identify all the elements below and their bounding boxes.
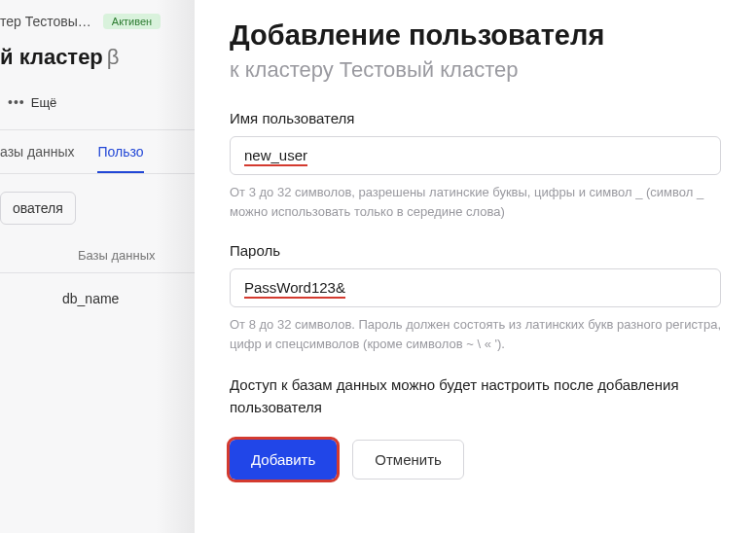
breadcrumb-cluster[interactable]: тер Тестовы…: [0, 14, 91, 29]
tab-databases[interactable]: азы данных: [0, 144, 74, 173]
button-row: Добавить Отменить: [230, 440, 721, 480]
more-menu[interactable]: ••• Ещё: [0, 70, 195, 110]
username-label: Имя пользователя: [230, 110, 721, 126]
password-label: Пароль: [230, 242, 721, 259]
username-input[interactable]: new_user: [230, 136, 721, 175]
more-dots-icon: •••: [8, 94, 25, 110]
username-hint: От 3 до 32 символов, разрешены латинские…: [230, 183, 721, 221]
breadcrumb: тер Тестовы… Активен: [0, 0, 195, 29]
beta-label: β: [107, 45, 120, 69]
more-label: Ещё: [31, 95, 57, 110]
password-input[interactable]: PassWord123&: [230, 268, 721, 307]
add-user-button-fragment[interactable]: ователя: [0, 192, 76, 225]
background-page: тер Тестовы… Активен й кластерβ ••• Ещё …: [0, 0, 195, 533]
add-user-panel: Добавление пользователя к кластеру Тесто…: [195, 0, 756, 533]
password-input-value: PassWord123&: [244, 279, 345, 299]
cancel-button[interactable]: Отменить: [352, 440, 464, 480]
column-header-databases: Базы данных: [0, 225, 195, 263]
panel-subtitle: к кластеру Тестовый кластер: [230, 57, 721, 83]
db-name-cell: db_name: [0, 273, 195, 306]
access-note: Доступ к базам данных можно будет настро…: [230, 374, 721, 418]
page-title: й кластерβ: [0, 29, 195, 70]
status-badge: Активен: [103, 14, 161, 29]
page-title-text: й кластер: [0, 45, 103, 69]
panel-title: Добавление пользователя: [230, 19, 721, 52]
tab-users[interactable]: Пользо: [97, 144, 143, 173]
add-button[interactable]: Добавить: [230, 440, 337, 480]
tabs: азы данных Пользо: [0, 130, 195, 174]
password-hint: От 8 до 32 символов. Пароль должен состо…: [230, 315, 721, 353]
username-input-value: new_user: [244, 147, 307, 166]
